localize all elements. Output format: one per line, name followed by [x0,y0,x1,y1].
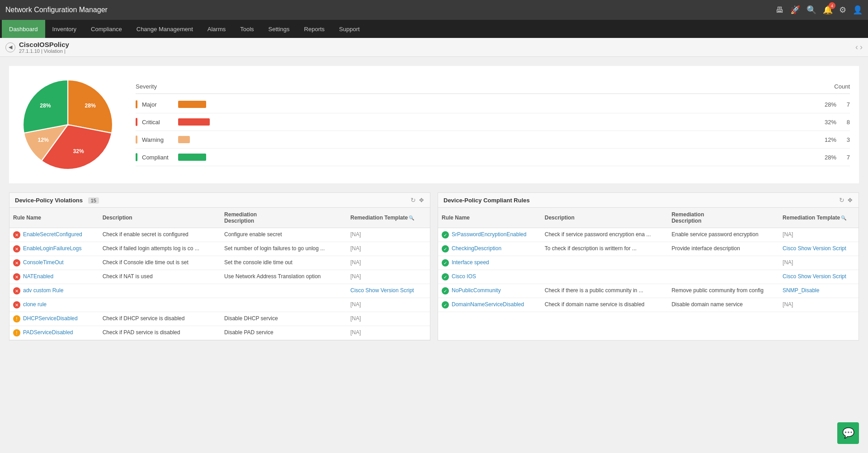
compliant-actions: ↻ ❖ [839,196,853,204]
template-na: [NA] [783,301,793,308]
ok-icon: ✓ [442,301,449,308]
remediation-template-cell: [NA] [347,228,430,242]
rule-name-link[interactable]: NoPublicCommunity [452,287,501,294]
nav-item-compliance[interactable]: Compliance [84,20,129,38]
nav-item-tools[interactable]: Tools [233,20,261,38]
template-link[interactable]: Cisco Show Version Script [783,245,846,252]
description-cell: To check if description is writtern for … [541,242,668,256]
rule-name-link[interactable]: clone rule [23,301,47,308]
nav-item-reports[interactable]: Reports [297,20,332,38]
error-icon: ✕ [13,259,20,266]
severity-percent: 12% [818,136,836,143]
violations-badge: 15 [88,197,99,204]
remediation-desc-cell: Disable DHCP service [221,312,347,326]
rule-name-link[interactable]: ConsoleTimeOut [23,259,64,266]
violations-title-area: Device-Policy Violations 15 [15,197,99,204]
settings-icon[interactable]: ⚙ [839,5,846,15]
breadcrumb-bar: ◀ CiscoIOSPolicy 27.1.1.10 | Violation |… [0,38,868,57]
rocket-icon[interactable]: 🚀 [790,5,800,15]
top-header: Network Configuration Manager 🖶 🚀 🔍 🔔 4 … [0,0,868,20]
rule-name-link[interactable]: EnableSecretConfigured [23,231,82,238]
remediation-desc-cell [668,256,779,270]
remediation-desc-cell: Provide interface description [668,242,779,256]
template-link[interactable]: Cisco Show Version Script [783,273,846,280]
violations-table: Rule Name Description RemediationDescrip… [9,208,430,340]
severity-header: Severity Count [136,83,850,94]
monitor-icon[interactable]: 🖶 [776,5,784,15]
severity-bar [178,118,210,126]
svg-text:28%: 28% [85,103,95,109]
nav-item-inventory[interactable]: Inventory [45,20,84,38]
severity-label: Warning [142,136,174,143]
severity-bar-container [178,101,814,108]
remediation-template-cell: [NA] [779,228,859,242]
violations-title: Device-Policy Violations [15,197,83,204]
ok-icon: ✓ [442,259,449,266]
breadcrumb-next-arrow[interactable]: › [860,42,863,52]
remediation-template-cell: [NA] [779,256,859,270]
rule-name-link[interactable]: NATEnabled [23,273,53,280]
template-na: [NA] [350,231,361,238]
rule-name-cell: ✕ EnableSecretConfigured [9,228,99,242]
table-row: ! DHCPServiceDisabled Check if DHCP serv… [9,312,430,326]
severity-percent: 32% [818,119,836,126]
severity-bar [178,136,190,143]
template-link[interactable]: SNMP_Disable [783,287,819,294]
notification-icon[interactable]: 🔔 4 [823,5,833,15]
severity-row: Compliant 28% 7 [136,149,850,166]
severity-label: Compliant [142,154,174,161]
description-cell: Check if PAD service is disabled [99,326,221,340]
rule-name-cell: ✓ NoPublicCommunity [438,284,541,298]
template-na: [NA] [350,259,361,266]
severity-rows: Major 28% 7 Critical 32% 8 Warning 12% 3 [136,96,850,166]
remediation-template-cell: [NA] [779,298,859,312]
rule-name-link[interactable]: SrPasswordEncryptionEnabled [452,231,526,238]
rule-name-link[interactable]: DomainNameServiceDisabled [452,301,524,308]
severity-count: 3 [841,136,850,143]
nav-item-support[interactable]: Support [332,20,367,38]
violations-expand-icon[interactable]: ❖ [419,196,425,204]
template-na: [NA] [350,315,361,322]
rule-name-link[interactable]: Interface speed [452,259,489,266]
app-title: Network Configuration Manager [5,6,108,14]
table-row: ✕ clone rule [NA] [9,298,430,312]
rule-name-link[interactable]: CheckingDescription [452,245,501,252]
breadcrumb-prev-arrow[interactable]: ‹ [855,42,858,52]
breadcrumb-subtitle: 27.1.1.10 | Violation | [19,48,69,54]
nav-item-change-management[interactable]: Change Management [129,20,200,38]
compliant-refresh-icon[interactable]: ↻ [839,196,844,204]
remediation-desc-cell: Set the console idle time out [221,256,347,270]
col-rule-name: Rule Name [9,208,99,228]
compliant-expand-icon[interactable]: ❖ [847,196,853,204]
remediation-desc-cell: Set number of login failures to go unlog… [221,242,347,256]
severity-bar-container [178,154,814,161]
rule-name-cell: ! DHCPServiceDisabled [9,312,99,326]
rule-name-link[interactable]: EnableLoginFailureLogs [23,245,81,252]
ok-icon: ✓ [442,273,449,280]
severity-bar-container [178,118,814,126]
search-icon[interactable]: 🔍 [807,5,816,15]
template-link[interactable]: Cisco Show Version Script [350,287,414,294]
nav-item-alarms[interactable]: Alarms [200,20,233,38]
violations-refresh-icon[interactable]: ↻ [410,196,416,204]
user-icon[interactable]: 👤 [853,5,863,15]
severity-color-indicator [136,118,137,126]
severity-color-indicator [136,100,137,108]
rule-name-link[interactable]: Cisco IOS [452,273,476,280]
nav-item-settings[interactable]: Settings [261,20,297,38]
col-description: Description [541,208,668,228]
severity-col-label: Severity [136,83,157,90]
breadcrumb-back-button[interactable]: ◀ [5,42,15,52]
remediation-template-cell: [NA] [347,256,430,270]
table-row: ✓ CheckingDescription To check if descri… [438,242,859,256]
rule-name-link[interactable]: DHCPServiceDisabled [23,315,78,322]
rule-name-link[interactable]: PADServiceDisabled [23,329,73,336]
description-cell: Check if DHCP service is disabled [99,312,221,326]
rule-name-link[interactable]: adv custom Rule [23,287,63,294]
rule-name-cell: ✕ EnableLoginFailureLogs [9,242,99,256]
error-icon: ✕ [13,301,20,308]
remediation-template-cell: [NA] [347,270,430,284]
nav-item-dashboard[interactable]: Dashboard [2,20,45,38]
remediation-template-cell: [NA] [347,312,430,326]
breadcrumb-info: CiscoIOSPolicy 27.1.1.10 | Violation | [19,41,69,54]
